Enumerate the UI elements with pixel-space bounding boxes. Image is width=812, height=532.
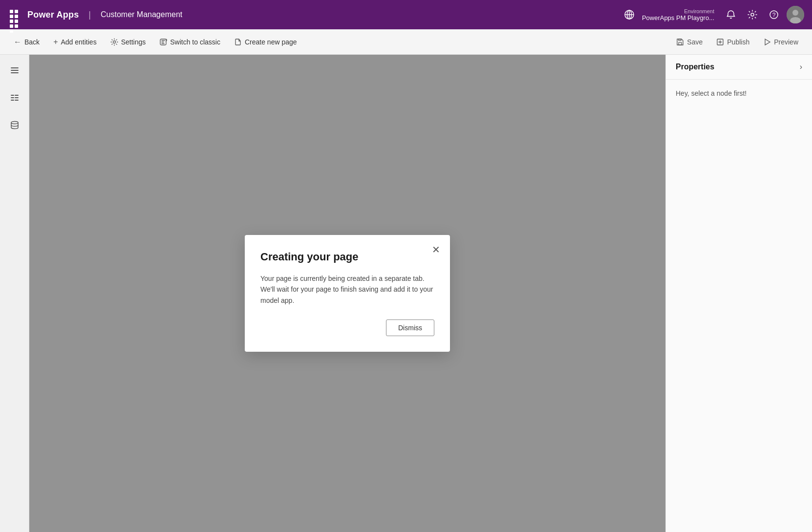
svg-point-4	[751, 13, 754, 16]
svg-text:?: ?	[772, 12, 776, 19]
toolbar: ← Back + Add entities Settings Switch to…	[0, 29, 812, 55]
properties-expand-icon[interactable]: ›	[800, 63, 802, 71]
properties-title: Properties	[676, 63, 714, 71]
modal-body: Your page is currently being created in …	[260, 273, 434, 306]
content-area: ✕ Creating your page Your page is curren…	[29, 55, 665, 532]
sidebar	[0, 55, 29, 532]
creating-page-dialog: ✕ Creating your page Your page is curren…	[245, 235, 450, 352]
svg-point-25	[11, 122, 18, 124]
add-entities-button[interactable]: + Add entities	[47, 35, 103, 49]
environment-name: PowerApps PM Playgro...	[642, 14, 714, 21]
app-name: Power Apps	[27, 10, 79, 20]
top-nav: Power Apps | Customer Management Environ…	[0, 0, 812, 29]
globe-icon[interactable]	[620, 6, 638, 23]
properties-header: Properties ›	[666, 55, 812, 80]
publish-icon	[716, 38, 724, 46]
nav-separator: |	[88, 10, 91, 20]
help-button[interactable]: ?	[765, 6, 783, 23]
top-nav-left: Power Apps | Customer Management	[8, 8, 182, 21]
settings-button[interactable]	[744, 6, 761, 23]
publish-label: Publish	[727, 38, 749, 46]
add-entities-label: Add entities	[61, 38, 96, 46]
create-new-page-label: Create new page	[245, 38, 297, 46]
save-icon	[676, 38, 684, 46]
create-new-page-button[interactable]: Create new page	[228, 35, 303, 49]
settings-toolbar-button[interactable]: Settings	[105, 35, 152, 49]
save-button[interactable]: Save	[670, 35, 708, 49]
switch-to-classic-button[interactable]: Switch to classic	[153, 35, 226, 49]
main-layout: ✕ Creating your page Your page is curren…	[0, 55, 812, 532]
top-nav-right: Environment PowerApps PM Playgro... ?	[620, 6, 804, 23]
svg-point-10	[113, 41, 115, 43]
modal-title: Creating your page	[260, 251, 434, 263]
app-title: Customer Management	[101, 10, 182, 19]
publish-button[interactable]: Publish	[710, 35, 755, 49]
sidebar-menu-icon[interactable]	[5, 61, 24, 80]
back-button[interactable]: ← Back	[8, 35, 45, 49]
sidebar-list-icon[interactable]	[5, 88, 24, 107]
new-page-icon	[234, 38, 242, 46]
properties-panel: Properties › Hey, select a node first!	[665, 55, 812, 532]
add-icon: +	[53, 38, 58, 46]
switch-to-classic-label: Switch to classic	[170, 38, 220, 46]
svg-rect-13	[679, 39, 681, 41]
sidebar-database-icon[interactable]	[5, 115, 24, 135]
modal-footer: Dismiss	[260, 319, 434, 336]
preview-button[interactable]: Preview	[757, 35, 804, 49]
back-arrow-icon: ←	[14, 38, 21, 46]
toolbar-right: Save Publish Preview	[670, 35, 804, 49]
user-avatar[interactable]	[787, 6, 804, 23]
preview-label: Preview	[774, 38, 798, 46]
notifications-button[interactable]	[722, 6, 740, 23]
preview-icon	[763, 38, 771, 46]
properties-hint-text: Hey, select a node first!	[676, 89, 747, 97]
settings-icon	[110, 38, 118, 46]
properties-body: Hey, select a node first!	[666, 80, 812, 107]
svg-rect-12	[679, 43, 682, 45]
modal-overlay: ✕ Creating your page Your page is curren…	[29, 55, 665, 532]
environment-info: Environment PowerApps PM Playgro...	[642, 8, 714, 21]
svg-marker-15	[765, 39, 770, 45]
modal-close-button[interactable]: ✕	[430, 243, 442, 256]
environment-label: Environment	[684, 8, 714, 14]
save-label: Save	[687, 38, 703, 46]
waffle-menu-icon[interactable]	[8, 8, 21, 21]
switch-icon	[159, 38, 167, 46]
dismiss-button[interactable]: Dismiss	[386, 319, 434, 336]
back-label: Back	[24, 38, 40, 46]
settings-label: Settings	[121, 38, 146, 46]
svg-point-8	[792, 10, 798, 16]
